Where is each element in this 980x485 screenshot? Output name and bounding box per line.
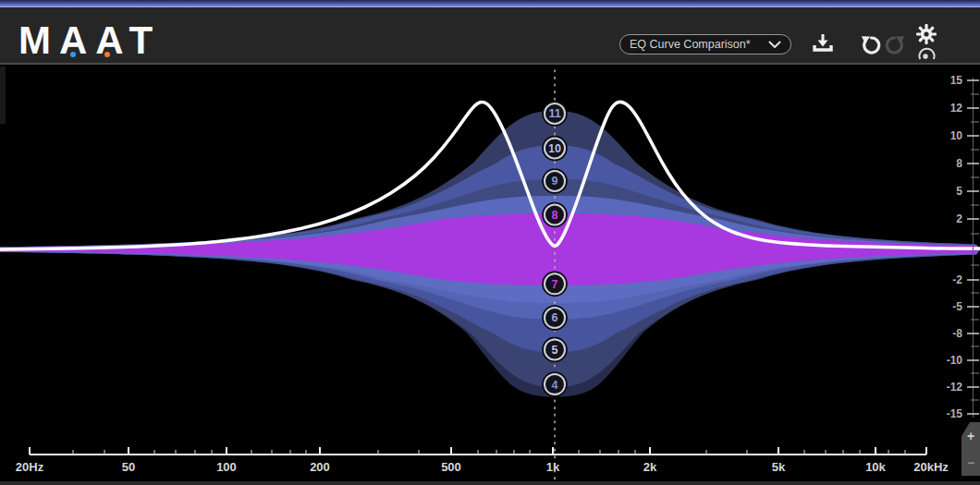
band-marker-number: 6 <box>552 311 558 324</box>
logo-orange-dot <box>104 52 110 57</box>
frequency-axis-label: 20kHz <box>913 460 949 474</box>
eq-graph: 1110987654151210852-2-5-8-10-12-1520Hz50… <box>0 65 980 485</box>
db-axis-label: -2 <box>952 273 962 286</box>
db-axis-label: 12 <box>950 102 963 115</box>
header-bar: MAAT EQ Curve Comparison* <box>0 7 980 63</box>
db-axis-label: -12 <box>947 381 963 394</box>
db-axis-label: -10 <box>947 354 963 367</box>
db-axis-label: 8 <box>956 157 962 170</box>
band-marker-number: 8 <box>552 209 558 222</box>
band-marker-number: 11 <box>548 107 560 120</box>
db-axis-label: -8 <box>952 327 962 340</box>
band-marker-7[interactable]: 7 <box>543 273 567 297</box>
band-marker-5[interactable]: 5 <box>543 338 567 362</box>
undo-button[interactable] <box>860 33 882 55</box>
db-axis-label: -15 <box>947 407 963 420</box>
redo-icon <box>884 33 906 55</box>
frequency-axis-label: 20Hz <box>16 460 44 474</box>
redo-button[interactable] <box>884 33 906 55</box>
bottom-edge-strip <box>0 481 980 485</box>
band-marker-8[interactable]: 8 <box>543 203 567 227</box>
band-marker-11[interactable]: 11 <box>543 102 567 126</box>
chevron-down-icon <box>768 41 781 49</box>
zoom-out-button[interactable]: − <box>962 449 980 476</box>
frequency-axis-label: 100 <box>216 460 237 474</box>
band-marker-6[interactable]: 6 <box>543 306 567 330</box>
settings-gear-button[interactable] <box>914 22 938 46</box>
db-axis-label: 10 <box>950 129 963 142</box>
frequency-axis-label: 200 <box>310 460 330 474</box>
maat-logo-text: MAAT <box>18 18 161 62</box>
band-marker-number: 4 <box>552 379 558 392</box>
preset-dropdown[interactable]: EQ Curve Comparison* <box>619 34 791 55</box>
frequency-axis-label: 500 <box>441 460 461 474</box>
frequency-axis-label: 1k <box>546 460 560 474</box>
download-icon <box>811 31 835 55</box>
knob-arc-icon <box>917 47 937 61</box>
eq-plugin-window: MAAT EQ Curve Comparison* <box>0 0 980 485</box>
db-axis-label: 2 <box>956 212 962 225</box>
band-marker-9[interactable]: 9 <box>543 169 567 193</box>
db-axis-label: 5 <box>956 185 962 198</box>
frequency-axis-label: 5k <box>772 460 786 474</box>
band-marker-4[interactable]: 4 <box>543 372 567 396</box>
band-marker-number: 10 <box>548 142 561 155</box>
band-marker-number: 5 <box>552 344 558 357</box>
frequency-axis-label: 50 <box>122 460 135 474</box>
band-marker-number: 7 <box>552 278 558 291</box>
frequency-axis-label: 10k <box>865 460 886 474</box>
preset-dropdown-value: EQ Curve Comparison* <box>630 38 768 51</box>
gear-icon <box>914 22 938 46</box>
band-marker-10[interactable]: 10 <box>543 137 567 161</box>
logo-blue-dot <box>70 52 76 57</box>
band-marker-number: 9 <box>552 175 558 188</box>
accent-top-bar <box>0 0 980 7</box>
save-preset-button[interactable] <box>811 31 835 55</box>
db-axis-label: 15 <box>950 74 963 87</box>
frequency-axis-label: 2k <box>643 460 657 474</box>
db-axis-label: -5 <box>952 300 962 313</box>
knob-mode-button[interactable] <box>917 47 937 61</box>
undo-icon <box>860 33 882 55</box>
maat-logo: MAAT <box>18 20 161 61</box>
